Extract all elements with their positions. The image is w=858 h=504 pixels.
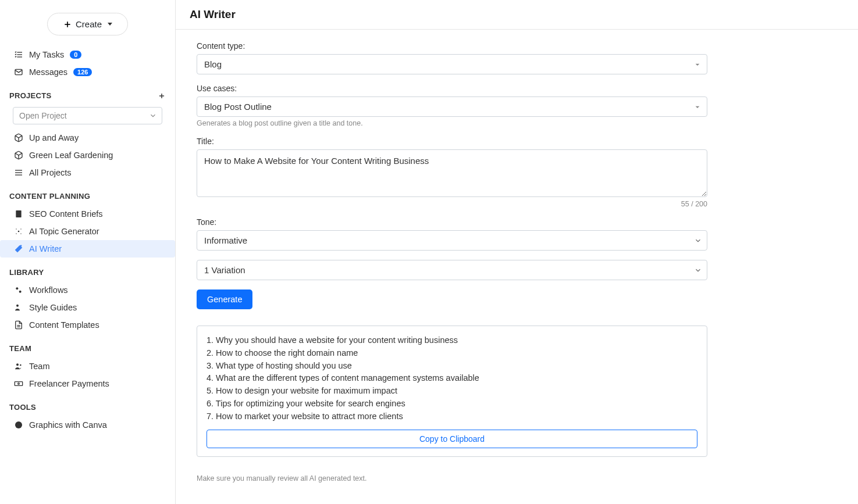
output-line: 1. Why you should have a website for you… — [207, 334, 697, 347]
disclaimer-text: Make sure you manually review all AI gen… — [197, 474, 707, 482]
svg-point-30 — [15, 421, 22, 428]
svg-point-26 — [16, 363, 19, 366]
output-line: 5. How to design your website for maximu… — [207, 385, 697, 398]
nav-label: Up and Away — [29, 133, 79, 142]
section-header-library: LIBRARY — [0, 258, 175, 281]
svg-point-16 — [20, 228, 21, 229]
copy-button[interactable]: Copy to Clipboard — [207, 430, 697, 448]
sidebar-item-up-and-away[interactable]: Up and Away — [0, 129, 175, 146]
section-header-content-planning: CONTENT PLANNING — [0, 181, 175, 205]
svg-point-18 — [20, 233, 21, 234]
main-content: AI Writer Content type: Blog Use cases: … — [176, 0, 858, 504]
sidebar-item-messages[interactable]: Messages 126 — [0, 63, 175, 81]
use-cases-select[interactable]: Blog Post Outline — [197, 96, 707, 117]
svg-point-27 — [20, 364, 22, 366]
nav-label: Content Templates — [29, 320, 99, 330]
svg-point-21 — [16, 287, 18, 289]
cube-icon — [14, 133, 23, 142]
page-title: AI Writer — [190, 8, 844, 21]
output-box: 1. Why you should have a website for you… — [197, 326, 707, 457]
menu-icon — [14, 168, 23, 177]
document-icon — [14, 209, 23, 219]
output-line: 3. What type of hosting should you use — [207, 360, 697, 373]
sparkle-icon — [14, 227, 23, 236]
sidebar-item-team[interactable]: Team — [0, 358, 175, 375]
plus-icon[interactable] — [158, 92, 166, 100]
content-type-select[interactable]: Blog — [197, 54, 707, 74]
mail-icon — [14, 67, 23, 77]
file-icon — [14, 320, 23, 330]
nav-label: Freelancer Payments — [29, 379, 109, 388]
plus-icon — [63, 20, 72, 29]
sidebar-item-content-templates[interactable]: Content Templates — [0, 316, 175, 334]
variation-select[interactable]: 1 Variation — [197, 260, 707, 280]
nav-label: Messages — [29, 67, 67, 77]
output-line: 2. How to choose the right domain name — [207, 347, 697, 360]
svg-point-29 — [18, 383, 20, 385]
generate-button[interactable]: Generate — [197, 289, 252, 309]
users-icon — [14, 303, 23, 312]
sidebar-item-seo-briefs[interactable]: SEO Content Briefs — [0, 205, 175, 223]
sidebar-item-all-projects[interactable]: All Projects — [0, 164, 175, 181]
create-button[interactable]: Create — [47, 13, 128, 35]
nav-label: AI Writer — [29, 244, 62, 253]
create-label: Create — [76, 19, 102, 29]
section-header-team: TEAM — [0, 334, 175, 358]
nav-label: SEO Content Briefs — [29, 209, 103, 219]
tone-label: Tone: — [197, 217, 707, 227]
svg-rect-28 — [15, 382, 22, 386]
nav-label: AI Topic Generator — [29, 227, 99, 236]
sidebar-item-style-guides[interactable]: Style Guides — [0, 299, 175, 316]
char-counter: 55 / 200 — [197, 200, 707, 208]
badge: 0 — [70, 51, 81, 59]
content-type-label: Content type: — [197, 41, 707, 51]
use-cases-label: Use cases: — [197, 84, 707, 93]
use-cases-help: Generates a blog post outline given a ti… — [197, 119, 707, 127]
sidebar-item-canva[interactable]: Graphics with Canva — [0, 416, 175, 434]
sidebar-item-ai-writer[interactable]: AI Writer — [0, 240, 175, 258]
sidebar-item-workflows[interactable]: Workflows — [0, 281, 175, 299]
section-header-tools: TOOLS — [0, 392, 175, 416]
nav-label: All Projects — [29, 168, 72, 177]
badge: 126 — [73, 68, 92, 76]
svg-point-15 — [16, 228, 16, 229]
tone-select[interactable]: Informative — [197, 230, 707, 251]
wand-icon — [14, 244, 23, 253]
cogs-icon — [14, 285, 23, 295]
tasks-icon — [14, 50, 23, 59]
sidebar-item-green-leaf[interactable]: Green Leaf Gardening — [0, 146, 175, 164]
nav-label: Style Guides — [29, 303, 77, 312]
nav-label: Workflows — [29, 285, 68, 295]
section-header-projects: PROJECTS — [0, 81, 175, 105]
sidebar: Create My Tasks 0 Messages 126 PROJECTS … — [0, 0, 176, 504]
svg-rect-13 — [16, 210, 21, 217]
title-label: Title: — [197, 137, 707, 146]
nav-label: My Tasks — [29, 50, 64, 59]
svg-point-22 — [19, 291, 22, 293]
nav-label: Team — [29, 362, 49, 371]
output-line: 7. How to market your website to attract… — [207, 410, 697, 423]
title-input[interactable] — [197, 149, 707, 197]
svg-point-23 — [16, 305, 19, 307]
cube-icon — [14, 151, 23, 160]
caret-down-icon — [108, 23, 112, 26]
people-icon — [14, 362, 23, 371]
svg-point-17 — [16, 233, 16, 234]
open-project-select[interactable]: Open Project — [13, 107, 162, 124]
sidebar-item-my-tasks[interactable]: My Tasks 0 — [0, 46, 175, 63]
page-header: AI Writer — [176, 0, 858, 30]
output-line: 6. Tips for optimizing your website for … — [207, 398, 697, 410]
nav-label: Green Leaf Gardening — [29, 151, 113, 160]
nav-label: Graphics with Canva — [29, 420, 107, 430]
canva-icon — [14, 420, 23, 430]
money-icon — [14, 379, 23, 388]
output-line: 4. What are the different types of conte… — [207, 372, 697, 385]
sidebar-item-ai-topic[interactable]: AI Topic Generator — [0, 223, 175, 240]
sidebar-item-freelancer-payments[interactable]: Freelancer Payments — [0, 375, 175, 392]
svg-point-14 — [18, 231, 20, 233]
